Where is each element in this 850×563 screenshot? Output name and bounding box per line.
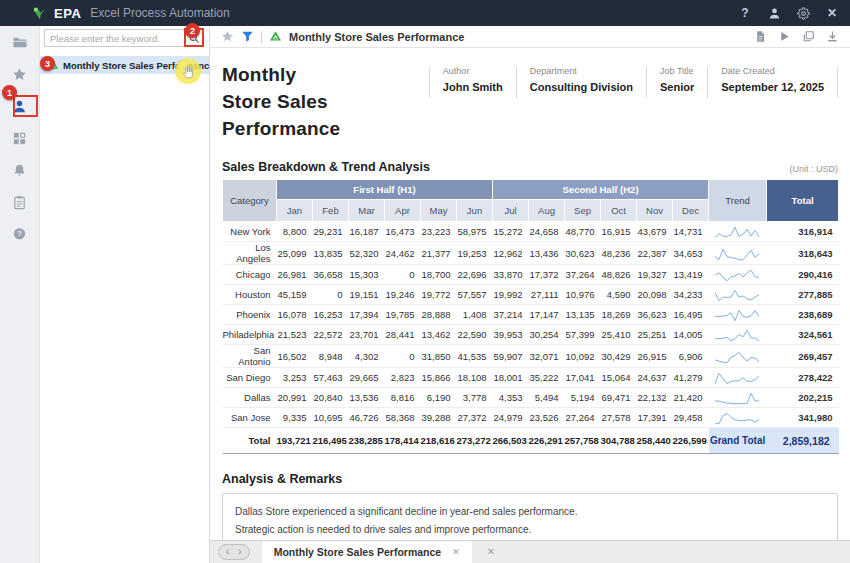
cell-value: 21,377 [421, 242, 457, 265]
col-header-month: Jul [493, 200, 529, 222]
cell-grand-total-value: 2,859,182 [767, 428, 839, 454]
sidebar-folder-icon[interactable] [0, 26, 40, 58]
remarks-title: Analysis & Remarks [222, 472, 838, 486]
meta-label: Author [443, 66, 503, 76]
trend-sparkline [713, 371, 761, 386]
col-header-total: Total [767, 180, 839, 222]
meta-group: DepartmentConsulting Division [516, 66, 646, 98]
tab-nav-prev-icon[interactable]: ‹ [226, 547, 229, 557]
cell-category: Dallas [223, 388, 277, 408]
col-header-month: Feb [313, 200, 349, 222]
epa-logo-icon [32, 6, 47, 21]
cell-value: 30,254 [529, 325, 565, 345]
cell-value: 19,327 [637, 265, 673, 285]
trend-sparkline [713, 411, 761, 426]
settings-icon[interactable] [796, 6, 810, 20]
cell-value: 58,368 [385, 408, 421, 428]
document-icon[interactable] [754, 30, 767, 43]
help-icon[interactable]: ? [738, 6, 752, 20]
cell-value: 20,991 [277, 388, 313, 408]
filter-icon[interactable] [241, 30, 254, 43]
table-row: San Jose9,33510,69546,72658,36839,28827,… [223, 408, 839, 428]
cell-value: 15,272 [493, 222, 529, 242]
meta-value: Consulting Division [530, 81, 633, 93]
remarks-box: Dallas Store experienced a significant d… [222, 493, 838, 540]
cell-value: 27,372 [457, 408, 493, 428]
col-header-month: Jun [457, 200, 493, 222]
table-row: Philadelphia21,52322,57223,70128,44113,4… [223, 325, 839, 345]
cell-category: Phoenix [223, 305, 277, 325]
run-icon[interactable] [778, 30, 791, 43]
cell-value: 15,866 [421, 368, 457, 388]
cell-value: 18,001 [493, 368, 529, 388]
cell-value: 69,471 [601, 388, 637, 408]
cell-value: 4,302 [349, 345, 385, 368]
cell-value: 13,462 [421, 325, 457, 345]
user-icon[interactable] [767, 6, 781, 20]
col-header-trend: Trend [709, 180, 767, 222]
cell-value: 21,420 [673, 388, 709, 408]
cell-value: 57,463 [313, 368, 349, 388]
cell-row-total: 278,422 [767, 368, 839, 388]
cell-value: 33,870 [493, 265, 529, 285]
favorite-star-icon[interactable] [221, 30, 234, 43]
sheet-tab-active[interactable]: Monthly Store Sales Performance ✕ [262, 541, 472, 563]
table-total-row: Total193,721216,495238,285178,414218,616… [223, 428, 839, 454]
app-acronym: EPA [54, 6, 81, 21]
cell-value: 24,637 [637, 368, 673, 388]
col-group-second-half: Second Half (H2) [493, 180, 709, 200]
search-input[interactable] [45, 33, 184, 44]
tab-nav-next-icon[interactable]: › [238, 547, 241, 557]
cell-value: 48,770 [565, 222, 601, 242]
col-header-month: Dec [673, 200, 709, 222]
extra-close-icon[interactable]: ✕ [487, 546, 495, 557]
cell-value: 27,111 [529, 285, 565, 305]
cell-value: 41,535 [457, 345, 493, 368]
meta-label: Department [530, 66, 633, 76]
cell-value: 22,572 [313, 325, 349, 345]
cell-value: 18,700 [421, 265, 457, 285]
download-icon[interactable] [826, 30, 839, 43]
cell-month-total: 218,616 [421, 428, 457, 454]
close-icon[interactable]: ✕ [825, 6, 839, 20]
sidebar-help-bubble-icon[interactable]: ? [0, 218, 40, 250]
cell-value: 34,653 [673, 242, 709, 265]
meta-value: Senior [660, 81, 694, 93]
copy-icon[interactable] [802, 30, 815, 43]
unit-note: (Unit : USD) [789, 164, 838, 174]
app-brand: EPA Excel Process Automation [32, 6, 230, 21]
cell-trend [709, 368, 767, 388]
table-row: Chicago26,98136,65815,303018,70022,69633… [223, 265, 839, 285]
tab-close-icon[interactable]: ✕ [452, 547, 460, 557]
cell-row-total: 269,457 [767, 345, 839, 368]
sidebar-grid-icon[interactable] [0, 122, 40, 154]
trend-sparkline [713, 288, 761, 303]
table-row: San Antonio16,5028,9484,302031,85041,535… [223, 345, 839, 368]
cell-value: 18,108 [457, 368, 493, 388]
sidebar-bell-icon[interactable] [0, 154, 40, 186]
cell-value: 29,231 [313, 222, 349, 242]
sidebar-clipboard-icon[interactable] [0, 186, 40, 218]
cell-value: 25,099 [277, 242, 313, 265]
table-row: New York8,80029,23116,18716,47323,22358,… [223, 222, 839, 242]
breadcrumb: Monthly Store Sales Performance [221, 30, 464, 43]
cell-month-total: 226,599 [673, 428, 709, 454]
cell-value: 10,695 [313, 408, 349, 428]
table-row: San Diego3,25357,46329,6652,82315,86618,… [223, 368, 839, 388]
cell-month-total: 238,285 [349, 428, 385, 454]
cell-value: 17,372 [529, 265, 565, 285]
cell-value: 4,353 [493, 388, 529, 408]
cell-category: San Jose [223, 408, 277, 428]
cell-value: 13,436 [529, 242, 565, 265]
report-header: Monthly Store Sales Performance AuthorJo… [222, 61, 838, 142]
step-badge-2: 2 [185, 23, 200, 38]
cell-row-total: 238,689 [767, 305, 839, 325]
cell-value: 17,394 [349, 305, 385, 325]
tab-nav-group: ‹ › [218, 544, 250, 560]
breadcrumb-title: Monthly Store Sales Performance [289, 31, 464, 43]
report-icon [269, 30, 282, 43]
cell-value: 34,233 [673, 285, 709, 305]
cell-value: 48,236 [601, 242, 637, 265]
cell-value: 17,041 [565, 368, 601, 388]
cell-category: Los Angeles [223, 242, 277, 265]
